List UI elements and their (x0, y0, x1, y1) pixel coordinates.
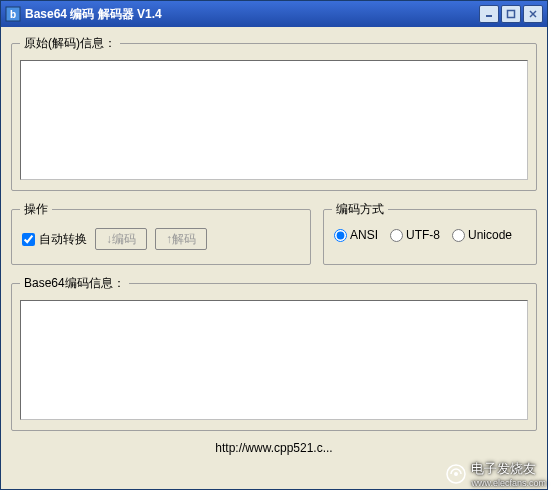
encoding-radio-ansi-wrap[interactable]: ANSI (334, 228, 378, 242)
window-title: Base64 编码 解码器 V1.4 (25, 6, 479, 23)
operation-content: 自动转换 ↓编码 ↑解码 (20, 226, 302, 252)
svg-text:b: b (10, 9, 16, 20)
close-button[interactable] (523, 5, 543, 23)
encoding-radio-ansi[interactable] (334, 229, 347, 242)
encoding-radio-unicode[interactable] (452, 229, 465, 242)
encoding-radio-ansi-label: ANSI (350, 228, 378, 242)
auto-convert-checkbox-wrap[interactable]: 自动转换 (22, 231, 87, 248)
base64-textarea[interactable] (21, 301, 527, 419)
decode-button[interactable]: ↑解码 (155, 228, 207, 250)
encoding-radio-utf8-label: UTF-8 (406, 228, 440, 242)
encoding-radio-utf8-wrap[interactable]: UTF-8 (390, 228, 440, 242)
maximize-button[interactable] (501, 5, 521, 23)
original-textarea[interactable] (21, 61, 527, 179)
encoding-content: ANSI UTF-8 Unicode (332, 226, 528, 244)
base64-textarea-wrap (20, 300, 528, 420)
original-group: 原始(解码)信息： (11, 35, 537, 191)
encoding-radio-unicode-label: Unicode (468, 228, 512, 242)
encode-button[interactable]: ↓编码 (95, 228, 147, 250)
operation-group-label: 操作 (20, 201, 52, 218)
encoding-radio-unicode-wrap[interactable]: Unicode (452, 228, 512, 242)
original-textarea-wrap (20, 60, 528, 180)
encoding-group: 编码方式 ANSI UTF-8 Unicode (323, 201, 537, 265)
app-window: b Base64 编码 解码器 V1.4 原始(解码)信息： 操作 (0, 0, 548, 490)
operation-group: 操作 自动转换 ↓编码 ↑解码 (11, 201, 311, 265)
titlebar: b Base64 编码 解码器 V1.4 (1, 1, 547, 27)
footer-url: http://www.cpp521.c... (11, 441, 537, 455)
encoding-radio-utf8[interactable] (390, 229, 403, 242)
auto-convert-label: 自动转换 (39, 231, 87, 248)
auto-convert-checkbox[interactable] (22, 233, 35, 246)
base64-group-label: Base64编码信息： (20, 275, 129, 292)
minimize-button[interactable] (479, 5, 499, 23)
original-group-label: 原始(解码)信息： (20, 35, 120, 52)
client-area: 原始(解码)信息： 操作 自动转换 ↓编码 ↑解码 编码方式 (1, 27, 547, 463)
titlebar-buttons (479, 5, 543, 23)
svg-rect-3 (508, 11, 515, 18)
encoding-group-label: 编码方式 (332, 201, 388, 218)
app-icon: b (5, 6, 21, 22)
mid-row: 操作 自动转换 ↓编码 ↑解码 编码方式 ANSI (11, 201, 537, 265)
base64-group: Base64编码信息： (11, 275, 537, 431)
